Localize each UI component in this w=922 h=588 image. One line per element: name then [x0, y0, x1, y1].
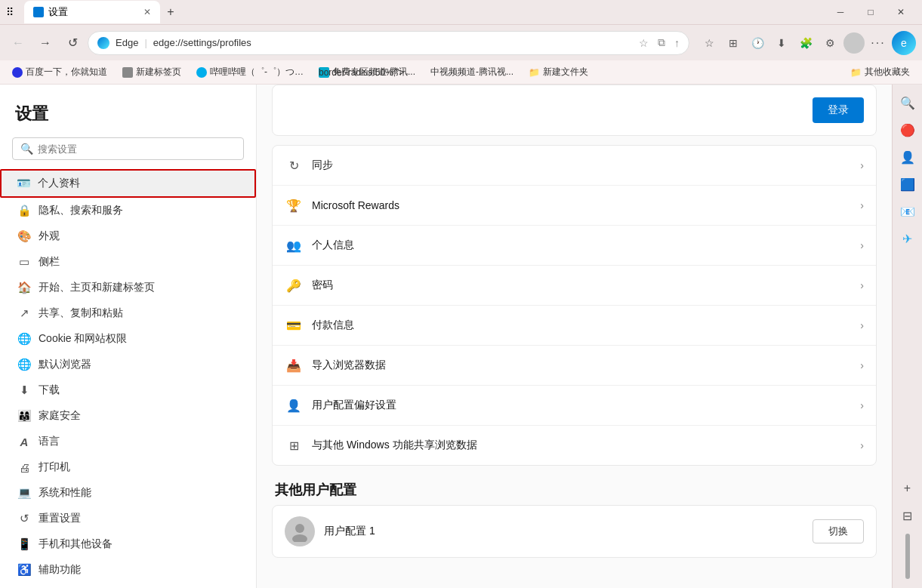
sidebar-outlook-icon[interactable]: 📧 [896, 199, 920, 223]
sidebar-item-accessibility[interactable]: ♿ 辅助功能 [0, 557, 256, 583]
settings-item-rewards[interactable]: 🏆 Microsoft Rewards › [273, 186, 876, 226]
settings-item-userprefs[interactable]: 👤 用户配置偏好设置 › [273, 386, 876, 426]
windows-share-chevron-icon: › [860, 439, 864, 451]
settings-item-import[interactable]: 📥 导入浏览器数据 › [273, 346, 876, 386]
collections-icon[interactable]: ⊞ [723, 32, 744, 54]
sidebar-search-icon[interactable]: 🔍 [896, 91, 920, 115]
newtab-favicon [122, 67, 133, 78]
sidebar-item-share[interactable]: ↗ 共享、复制和粘贴 [0, 300, 256, 326]
bookmark-other-folders[interactable]: 📁 其他收藏夹 [844, 64, 916, 80]
tab-close-button[interactable]: ✕ [143, 7, 151, 17]
tab-bar: 设置 ✕ + [24, 1, 819, 23]
settings-item-label-personal: 个人信息 [312, 239, 860, 252]
extensions-icon[interactable]: 🧩 [795, 32, 816, 54]
sidebar-add-icon[interactable]: + [896, 476, 920, 500]
sidebar-coupon-icon[interactable]: 🔴 [896, 118, 920, 142]
settings-item-label-windows-share: 与其他 Windows 功能共享浏览数据 [312, 439, 860, 452]
sidebar-item-about[interactable]: 🌀 关于 Microsoft Edge [0, 583, 256, 588]
settings-item-sync[interactable]: ↻ 同步 › [273, 146, 876, 186]
settings-item-password[interactable]: 🔑 密码 › [273, 266, 876, 306]
sidebar-item-default[interactable]: 🌐 默认浏览器 [0, 352, 256, 377]
minimize-button[interactable]: ─ [825, 0, 856, 24]
userprefs-icon: 👤 [285, 396, 303, 414]
sidebar-item-mobile[interactable]: 📱 手机和其他设备 [0, 531, 256, 557]
sidebar-profile-icon[interactable]: 👤 [896, 145, 920, 169]
sidebar-item-system[interactable]: 💻 系统和性能 [0, 480, 256, 506]
favorites-icon[interactable]: ☆ [698, 32, 720, 54]
close-button[interactable]: ✕ [886, 0, 916, 24]
nav-icons: ☆ ⊞ 🕐 ⬇ 🧩 ⚙ ··· e [698, 31, 916, 55]
edge-browser-icon[interactable]: e [892, 31, 916, 55]
settings-item-payment[interactable]: 💳 付款信息 › [273, 306, 876, 346]
settings-item-personal[interactable]: 👥 个人信息 › [273, 226, 876, 266]
split-icon[interactable]: ⧉ [658, 36, 665, 49]
svg-point-1 [292, 534, 307, 542]
search-input[interactable] [38, 143, 236, 155]
sync-icon: ↻ [285, 156, 303, 174]
windows-icon: ⊞ [285, 436, 303, 454]
sidebar-item-label-language: 语言 [39, 435, 60, 448]
import-chevron-icon: › [860, 359, 864, 371]
new-tab-button[interactable]: + [160, 2, 181, 23]
sidebar-collections-icon[interactable]: 🟦 [896, 172, 920, 196]
more-button[interactable]: ··· [868, 32, 889, 54]
main-area: 设置 🔍 🪪 个人资料 🔒 隐私、搜索和服务 🎨 外观 ▭ 侧栏 🏠 开始、主页… [0, 85, 922, 588]
sidebar-item-cookies[interactable]: 🌐 Cookie 和网站权限 [0, 326, 256, 352]
sidebar-item-download[interactable]: ⬇ 下载 [0, 377, 256, 403]
bookmark-new-tab[interactable]: 新建标签页 [116, 64, 187, 80]
tencent1-favicon: border-radius:50%;"> [319, 67, 329, 78]
accessibility-nav-icon: ♿ [17, 563, 31, 577]
printer-nav-icon: 🖨 [17, 460, 31, 474]
sidebar-item-startup[interactable]: 🏠 开始、主页和新建标签页 [0, 275, 256, 300]
userprefs-chevron-icon: › [860, 399, 864, 411]
history-icon[interactable]: 🕐 [747, 32, 768, 54]
address-bar[interactable]: Edge | edge://settings/profiles ☆ ⧉ ↑ [88, 31, 689, 55]
share-icon[interactable]: ↑ [674, 37, 680, 49]
sidebar-item-label-family: 家庭安全 [39, 409, 81, 423]
rewards-icon: 🏆 [285, 196, 303, 214]
sidebar-item-profile[interactable]: 🪪 个人资料 [0, 169, 256, 198]
bookmark-tencent1[interactable]: border-radius:50%;"> 免费专区频道-腾讯... [313, 64, 421, 80]
sidebar-item-sidebar[interactable]: ▭ 侧栏 [0, 249, 256, 275]
sidebar-item-appearance[interactable]: 🎨 外观 [0, 223, 256, 249]
profile-icon[interactable] [843, 32, 865, 54]
payment-icon: 💳 [285, 316, 303, 334]
appearance-nav-icon: 🎨 [17, 229, 31, 243]
back-button[interactable]: ← [6, 31, 30, 55]
active-tab[interactable]: 设置 ✕ [24, 1, 160, 23]
settings-items-section: ↻ 同步 › 🏆 Microsoft Rewards › 👥 个人信息 › 🔑 … [272, 145, 877, 466]
bookmark-tencent2[interactable]: 中视频频道-腾讯视... [424, 64, 520, 80]
scrollbar-thumb[interactable] [905, 534, 910, 579]
tab-favicon [33, 7, 44, 17]
forward-button[interactable]: → [33, 31, 57, 55]
bookmark-baidu[interactable]: 百度一下，你就知道 [6, 64, 113, 80]
search-box[interactable]: 🔍 [12, 137, 244, 160]
sidebar-item-label-sidebar: 侧栏 [39, 255, 60, 269]
switch-profile-button[interactable]: 切换 [813, 519, 864, 543]
star-icon[interactable]: ☆ [639, 37, 649, 49]
rewards-chevron-icon: › [860, 199, 864, 211]
bookmark-folder[interactable]: 📁 新建文件夹 [523, 64, 594, 80]
reset-nav-icon: ↺ [17, 512, 31, 525]
bookmark-bilibili[interactable]: 哔哩哔哩（゜-゜）つ… [190, 64, 310, 80]
system-nav-icon: 💻 [17, 486, 31, 500]
sidebar-item-family[interactable]: 👨‍👩‍👧 家庭安全 [0, 403, 256, 429]
personal-chevron-icon: › [860, 239, 864, 251]
sidebar-item-privacy[interactable]: 🔒 隐私、搜索和服务 [0, 198, 256, 223]
profile-name-1: 用户配置 1 [324, 525, 803, 538]
sidebar-item-reset[interactable]: ↺ 重置设置 [0, 506, 256, 531]
settings-item-windows-share[interactable]: ⊞ 与其他 Windows 功能共享浏览数据 › [273, 426, 876, 465]
maximize-button[interactable]: □ [856, 0, 886, 24]
sidebar-item-language[interactable]: A 语言 [0, 429, 256, 454]
sidebar-customize-icon[interactable]: ⊟ [896, 503, 920, 528]
settings-item-label-userprefs: 用户配置偏好设置 [312, 399, 860, 412]
signin-button[interactable]: 登录 [813, 97, 864, 123]
bilibili-favicon [196, 67, 207, 78]
downloads-icon[interactable]: ⬇ [771, 32, 792, 54]
mobile-nav-icon: 📱 [17, 537, 31, 551]
sidebar-item-printer[interactable]: 🖨 打印机 [0, 454, 256, 480]
settings-item-label-payment: 付款信息 [312, 319, 860, 332]
refresh-button[interactable]: ↺ [60, 31, 85, 55]
sidebar-telegram-icon[interactable]: ✈ [896, 226, 920, 251]
settings-more-icon[interactable]: ⚙ [819, 32, 840, 54]
